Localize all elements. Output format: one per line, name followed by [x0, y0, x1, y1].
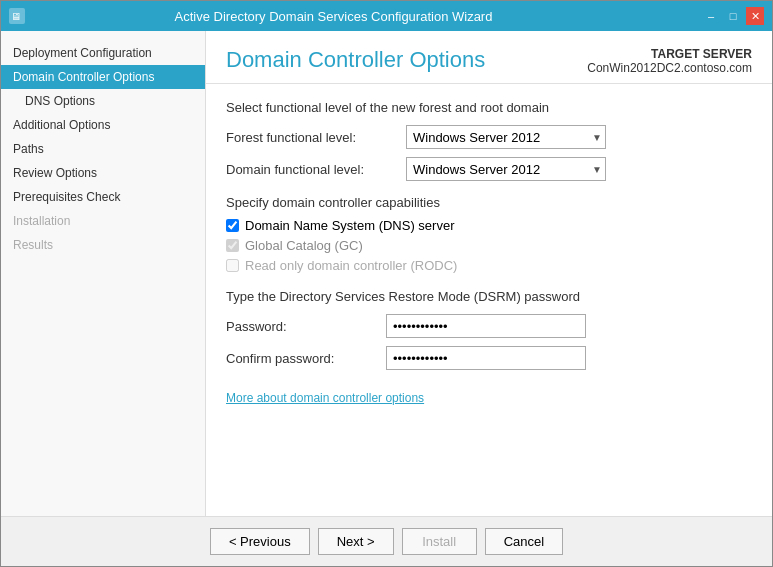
- domain-level-select-wrapper: Windows Server 2012 Windows Server 2008 …: [406, 157, 606, 181]
- dsrm-section-label: Type the Directory Services Restore Mode…: [226, 289, 752, 304]
- footer: < Previous Next > Install Cancel: [1, 516, 772, 566]
- dsrm-password-input[interactable]: [386, 314, 586, 338]
- dsrm-confirm-row: Confirm password:: [226, 346, 752, 370]
- sidebar-item-results: Results: [1, 233, 205, 257]
- dsrm-section: Type the Directory Services Restore Mode…: [226, 289, 752, 370]
- content-header: Domain Controller Options TARGET SERVER …: [206, 31, 772, 84]
- svg-text:🖥: 🖥: [11, 11, 21, 22]
- sidebar-item-paths[interactable]: Paths: [1, 137, 205, 161]
- sidebar: Deployment Configuration Domain Controll…: [1, 31, 206, 516]
- page-title: Domain Controller Options: [226, 47, 485, 73]
- dsrm-confirm-input[interactable]: [386, 346, 586, 370]
- content-body: Select functional level of the new fores…: [206, 84, 772, 516]
- maximize-button[interactable]: □: [724, 7, 742, 25]
- target-server-label: TARGET SERVER: [587, 47, 752, 61]
- previous-button[interactable]: < Previous: [210, 528, 310, 555]
- rodc-checkbox: [226, 259, 239, 272]
- window-title: Active Directory Domain Services Configu…: [25, 9, 642, 24]
- install-button[interactable]: Install: [402, 528, 477, 555]
- gc-checkbox-row: Global Catalog (GC): [226, 238, 752, 253]
- main-content: Deployment Configuration Domain Controll…: [1, 31, 772, 516]
- sidebar-item-domain-controller-options[interactable]: Domain Controller Options: [1, 65, 205, 89]
- gc-checkbox-label: Global Catalog (GC): [245, 238, 363, 253]
- window-controls: – □ ✕: [702, 7, 764, 25]
- sidebar-item-dns-options[interactable]: DNS Options: [1, 89, 205, 113]
- functional-levels-section-label: Select functional level of the new fores…: [226, 100, 752, 115]
- rodc-checkbox-row: Read only domain controller (RODC): [226, 258, 752, 273]
- cancel-button[interactable]: Cancel: [485, 528, 563, 555]
- dns-checkbox-label[interactable]: Domain Name System (DNS) server: [245, 218, 455, 233]
- more-about-link[interactable]: More about domain controller options: [226, 391, 424, 405]
- target-server-value: ConWin2012DC2.contoso.com: [587, 61, 752, 75]
- more-link-row: More about domain controller options: [226, 390, 752, 405]
- titlebar: 🖥 Active Directory Domain Services Confi…: [1, 1, 772, 31]
- content-panel: Domain Controller Options TARGET SERVER …: [206, 31, 772, 516]
- dns-checkbox-row: Domain Name System (DNS) server: [226, 218, 752, 233]
- close-button[interactable]: ✕: [746, 7, 764, 25]
- rodc-checkbox-label: Read only domain controller (RODC): [245, 258, 457, 273]
- dsrm-confirm-label: Confirm password:: [226, 351, 386, 366]
- titlebar-left: 🖥: [9, 8, 25, 24]
- forest-level-select-wrapper: Windows Server 2012 Windows Server 2008 …: [406, 125, 606, 149]
- target-server-info: TARGET SERVER ConWin2012DC2.contoso.com: [587, 47, 752, 75]
- dns-checkbox[interactable]: [226, 219, 239, 232]
- forest-functional-level-row: Forest functional level: Windows Server …: [226, 125, 752, 149]
- sidebar-item-additional-options[interactable]: Additional Options: [1, 113, 205, 137]
- sidebar-item-review-options[interactable]: Review Options: [1, 161, 205, 185]
- main-window: 🖥 Active Directory Domain Services Confi…: [0, 0, 773, 567]
- domain-level-label: Domain functional level:: [226, 162, 406, 177]
- minimize-button[interactable]: –: [702, 7, 720, 25]
- forest-level-select[interactable]: Windows Server 2012 Windows Server 2008 …: [406, 125, 606, 149]
- capabilities-section-label: Specify domain controller capabilities: [226, 195, 752, 210]
- next-button[interactable]: Next >: [318, 528, 394, 555]
- forest-level-label: Forest functional level:: [226, 130, 406, 145]
- domain-functional-level-row: Domain functional level: Windows Server …: [226, 157, 752, 181]
- sidebar-item-installation: Installation: [1, 209, 205, 233]
- dsrm-password-label: Password:: [226, 319, 386, 334]
- titlebar-icon: 🖥: [9, 8, 25, 24]
- capabilities-section: Specify domain controller capabilities D…: [226, 195, 752, 273]
- domain-level-select[interactable]: Windows Server 2012 Windows Server 2008 …: [406, 157, 606, 181]
- dsrm-password-row: Password:: [226, 314, 752, 338]
- sidebar-item-prerequisites-check[interactable]: Prerequisites Check: [1, 185, 205, 209]
- sidebar-item-deployment-configuration[interactable]: Deployment Configuration: [1, 41, 205, 65]
- gc-checkbox: [226, 239, 239, 252]
